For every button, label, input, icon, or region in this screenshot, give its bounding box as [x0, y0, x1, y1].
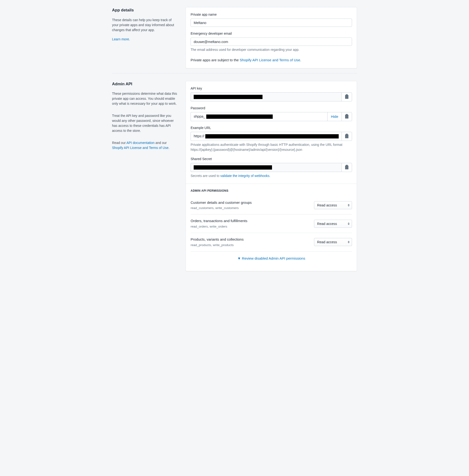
permission-scopes: read_products, write_products — [191, 243, 243, 248]
permission-title: Orders, transactions and fulfillments — [191, 218, 247, 224]
hide-password-button[interactable]: Hide — [327, 112, 341, 121]
review-disabled-permissions-link[interactable]: ▼ Review disabled Admin API permissions — [191, 252, 352, 266]
admin-api-desc-2: Treat the API key and password like you … — [112, 113, 178, 133]
api-documentation-link[interactable]: API documentation — [127, 141, 155, 145]
chevron-down-icon: ▼ — [237, 256, 241, 260]
developer-email-label: Emergency developer email — [191, 31, 352, 36]
clipboard-icon — [345, 95, 348, 99]
license-terms-link-2[interactable]: Shopify API License and Terms of Use — [112, 146, 168, 150]
example-url-redacted — [205, 134, 339, 138]
permission-access-select[interactable]: Read access — [314, 238, 352, 246]
example-url-prefix: https:// — [194, 134, 204, 139]
validate-webhooks-link[interactable]: validate the integrity of webhooks — [220, 174, 269, 178]
api-key-field[interactable] — [191, 92, 341, 102]
password-redacted — [206, 115, 273, 119]
shared-secret-redacted — [194, 165, 272, 170]
permission-scopes: read_customers, write_customers — [191, 206, 252, 210]
learn-more-link[interactable]: Learn more — [112, 37, 129, 41]
app-name-input[interactable] — [191, 18, 352, 27]
app-details-description: These details can help you keep track of… — [112, 17, 178, 33]
copy-api-key-button[interactable] — [341, 92, 352, 102]
example-url-field[interactable]: https:// — [191, 132, 341, 141]
copy-password-button[interactable] — [341, 112, 352, 121]
permission-row: Customer details and customer groupsread… — [191, 197, 352, 215]
clipboard-icon — [345, 166, 348, 169]
permission-scopes: read_orders, write_orders — [191, 224, 247, 229]
example-url-help: Private applications authenticate with S… — [191, 142, 352, 152]
api-key-redacted — [194, 95, 262, 99]
app-details-heading: App details — [112, 7, 178, 13]
permission-row: Products, variants and collectionsread_p… — [191, 233, 352, 252]
copy-example-url-button[interactable] — [341, 132, 352, 141]
shared-secret-field[interactable] — [191, 163, 341, 172]
clipboard-icon — [345, 115, 348, 119]
developer-email-input[interactable] — [191, 37, 352, 46]
admin-api-heading: Admin API — [112, 81, 178, 87]
admin-api-permissions-heading: ADMIN API PERMISSIONS — [191, 188, 352, 193]
permission-access-select[interactable]: Read access — [314, 201, 352, 209]
permission-access-select[interactable]: Read access — [314, 220, 352, 228]
copy-shared-secret-button[interactable] — [341, 163, 352, 172]
developer-email-help: The email address used for developer com… — [191, 47, 352, 52]
password-field[interactable]: shppa_ — [191, 112, 327, 121]
license-notice-prefix: Private apps are subject to the — [191, 58, 240, 62]
admin-api-desc-1: These permissions determine what data th… — [112, 91, 178, 106]
api-key-label: API key — [191, 86, 352, 91]
permission-title: Products, variants and collections — [191, 237, 243, 242]
shared-secret-label: Shared Secret — [191, 156, 352, 162]
permission-row: Orders, transactions and fulfillmentsrea… — [191, 215, 352, 233]
permission-title: Customer details and customer groups — [191, 200, 252, 205]
clipboard-icon — [345, 135, 348, 138]
example-url-label: Example URL — [191, 125, 352, 130]
password-prefix: shppa_ — [194, 114, 205, 119]
password-label: Password — [191, 106, 352, 111]
app-name-label: Private app name — [191, 12, 352, 17]
license-terms-link[interactable]: Shopify API License and Terms of Use — [240, 58, 300, 62]
